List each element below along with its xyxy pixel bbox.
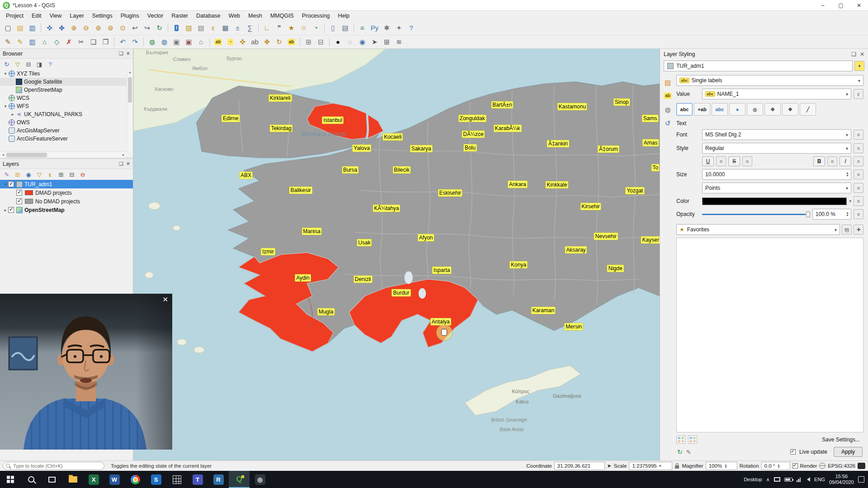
project-new-button[interactable]: ▢ [2, 22, 14, 34]
crs-icon[interactable] [819, 463, 826, 469]
layer-checkbox[interactable] [16, 190, 22, 196]
italic-button[interactable]: I [840, 156, 851, 166]
browser-item-xyz-tiles[interactable]: ▾XYZ Tiles [0, 70, 133, 78]
clock[interactable]: 15:56 09/04/2020 [829, 474, 854, 485]
labeling-mode-select[interactable]: abc Single labels ▾ [676, 75, 863, 86]
live-update-checkbox[interactable] [790, 449, 796, 455]
layer-row-tur-adm1[interactable]: ▾TUR_adm1 [0, 180, 133, 188]
field-calculator-button[interactable]: ± [231, 22, 244, 34]
mask-button[interactable]: ◍ [662, 104, 674, 115]
identify-features-button[interactable]: i [170, 22, 183, 34]
value-field-select[interactable]: abc NAME_1 ▾ [702, 89, 851, 99]
zoom-next-button[interactable]: ↪ [141, 22, 153, 34]
open-layer-styling-panel-button[interactable]: ✎ [2, 170, 12, 179]
browser-item-wfs[interactable]: ▾WFS [0, 102, 133, 110]
taskbar-teams[interactable]: T [187, 471, 208, 488]
redo-button[interactable]: ↷ [129, 36, 141, 48]
remove-layer-button[interactable]: ⊖ [78, 170, 88, 179]
tab-background[interactable]: ● [729, 103, 745, 116]
taskbar-rstudio[interactable]: R [208, 471, 229, 488]
copy-features-button[interactable]: ❏ [87, 36, 99, 48]
save-settings-button[interactable]: Save Settings... [818, 435, 863, 444]
save-layer-edits-button[interactable]: ▥ [26, 36, 38, 48]
strikethrough-data-defined-button[interactable]: ≡ [742, 156, 752, 166]
rotate-label-button[interactable]: ↻ [273, 36, 285, 48]
osm-download-button[interactable]: ◍ [146, 36, 158, 48]
menu-vector[interactable]: Vector [143, 12, 167, 20]
browser-vertical-scrollbar[interactable]: ▴ [127, 70, 133, 151]
pan-to-selection-button[interactable]: ✤ [56, 22, 68, 34]
map-canvas[interactable]: KirklareliEdirneTekirdagIstanbulKocaeliY… [133, 49, 660, 460]
arrow-tool-button[interactable]: ➤ [368, 36, 381, 48]
taskbar-chrome[interactable] [125, 471, 146, 488]
toggle-editing-button[interactable]: ✎ [14, 36, 26, 48]
measure-line-button[interactable]: ∟ [261, 22, 273, 34]
layer-row-dmad-projects[interactable]: DMAD projects [0, 188, 133, 197]
deselect-features-button[interactable]: ▧ [195, 22, 207, 34]
units-data-defined-button[interactable]: ≡ [854, 183, 863, 193]
change-label-button[interactable]: ab [285, 36, 297, 48]
lock-scale-icon[interactable] [675, 463, 679, 469]
refresh-style-icon[interactable]: ↻ [677, 448, 683, 455]
tab-buffer[interactable]: abc [712, 103, 728, 116]
menu-layer[interactable]: Layer [66, 12, 88, 20]
menu-edit[interactable]: Edit [28, 12, 46, 20]
styling-close-icon[interactable]: ✕ [860, 51, 864, 57]
tab-formatting[interactable]: +ab [694, 103, 710, 116]
bold-data-defined-button[interactable]: ≡ [827, 156, 837, 166]
show-bookmarks-button[interactable]: ☆ [297, 22, 310, 34]
browser-item-uk-national-parks[interactable]: ▸⋖UK_NATIONAL_PARKS [0, 110, 133, 118]
menu-processing[interactable]: Processing [298, 12, 334, 20]
menu-project[interactable]: Project [2, 12, 28, 20]
minimize-button[interactable]: – [814, 0, 832, 10]
taskbar-word[interactable]: W [104, 471, 125, 488]
taskbar-sheets-grid[interactable] [166, 471, 187, 488]
language-indicator[interactable]: ENG [814, 477, 825, 482]
webcam-close-icon[interactable]: ✕ [162, 296, 168, 304]
browser-item-google-satellite[interactable]: Google Satellite [0, 78, 133, 86]
italic-data-defined-button[interactable]: ≡ [854, 156, 863, 166]
favorites-select[interactable]: ★ Favorites ▾ [676, 224, 840, 235]
scale-combo[interactable]: 1:2375995 ▾ [629, 462, 672, 470]
style-data-defined-button[interactable]: ≡ [854, 143, 863, 153]
osm-import-button[interactable]: ◍ [158, 36, 170, 48]
zoom-to-layer-button[interactable]: ⊙ [117, 22, 129, 34]
expand-all-layers-button[interactable]: ⊞ [56, 170, 66, 179]
labels-button[interactable]: ab [662, 90, 674, 101]
decoration-grid-button[interactable]: ⊞ [302, 36, 315, 48]
close-button[interactable]: ✕ [850, 0, 868, 10]
paste-features-button[interactable]: ❐ [99, 36, 112, 48]
undo-button[interactable]: ↶ [117, 36, 129, 48]
taskbar-start[interactable] [0, 471, 21, 488]
opacity-spinbox[interactable]: 100.0 % ▲▼ [812, 209, 851, 220]
decoration-scalebar-button[interactable]: ⊟ [315, 36, 327, 48]
layer-diagram-button[interactable]: ◔ [224, 36, 236, 48]
taskbar-search[interactable] [21, 471, 42, 488]
zoom-full-button[interactable]: ⊛ [92, 22, 104, 34]
desktop-label[interactable]: Desktop [744, 477, 762, 482]
menu-help[interactable]: Help [334, 12, 354, 20]
options-button[interactable]: ✦ [393, 22, 405, 34]
size-data-defined-button[interactable]: ≡ [854, 169, 863, 179]
tab-rendering[interactable]: ❖ [782, 103, 798, 116]
maximize-button[interactable]: ▢ [832, 0, 850, 10]
delete-selected-button[interactable]: ✗ [63, 36, 75, 48]
speaker-icon[interactable] [805, 477, 810, 482]
map-tips-button[interactable]: ❞ [273, 22, 285, 34]
zoom-in-button[interactable]: ⊕ [68, 22, 80, 34]
style-preview-list[interactable] [676, 238, 863, 432]
opacity-slider[interactable] [702, 210, 810, 218]
current-edits-button[interactable]: ✎ [2, 36, 14, 48]
layers-close-icon[interactable]: ✕ [126, 161, 130, 167]
opacity-data-defined-button[interactable]: ≡ [854, 209, 863, 219]
network-signal-icon[interactable] [797, 477, 801, 482]
menu-database[interactable]: Database [192, 12, 225, 20]
rotation-spinbox[interactable]: 0.0 ° ▲▼ [761, 462, 790, 470]
new-spatial-bookmark-button[interactable]: ★ [285, 22, 297, 34]
taskbar-skype[interactable]: S [146, 471, 166, 488]
pan-map-button[interactable]: ✜ [43, 22, 56, 34]
layer-row-openstreetmap[interactable]: ▸OpenStreetMap [0, 206, 133, 214]
layer-checkbox[interactable] [8, 207, 14, 213]
cut-features-button[interactable]: ✂ [75, 36, 87, 48]
style-grid-view-button[interactable] [676, 436, 685, 444]
